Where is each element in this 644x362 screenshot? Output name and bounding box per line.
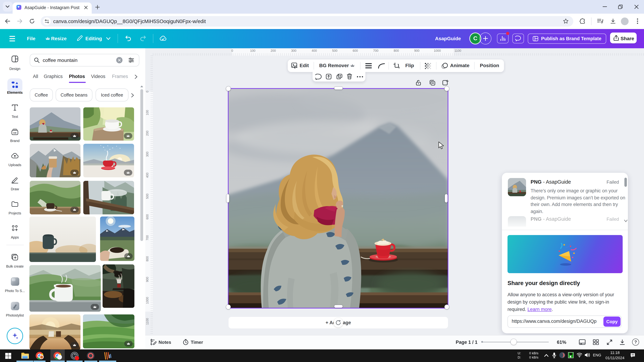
svg-text:co: co (13, 131, 16, 134)
